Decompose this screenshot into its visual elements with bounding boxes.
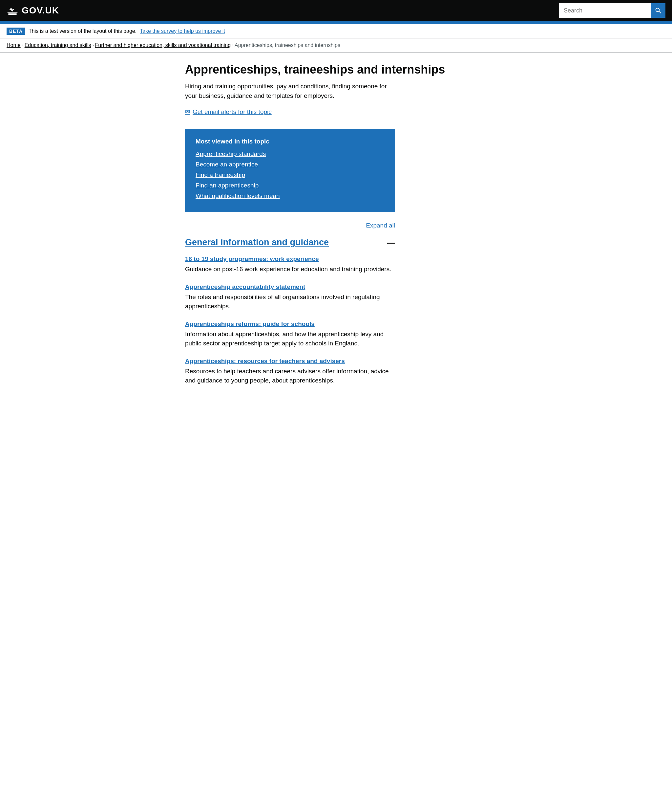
list-item: Find a traineeship [195,171,384,179]
breadcrumb-current: Apprenticeships, traineeships and intern… [235,42,340,48]
collapse-icon: — [387,239,395,247]
content-item-desc-1: The roles and responsibilities of all or… [185,292,395,311]
breadcrumb-education[interactable]: Education, training and skills [25,42,91,48]
content-item: Apprenticeships reforms: guide for schoo… [185,320,395,348]
list-item: Apprenticeship standards [195,150,384,158]
content-item-desc-0: Guidance on post-16 work experience for … [185,265,395,274]
most-viewed-list: Apprenticeship standards Become an appre… [195,150,384,199]
section-header: General information and guidance — [185,237,395,247]
most-viewed-title: Most viewed in this topic [195,138,384,145]
main-content: Apprenticeships, traineeships and intern… [179,53,493,405]
content-item-title-0[interactable]: 16 to 19 study programmes: work experien… [185,256,395,262]
search-form [559,3,665,18]
most-viewed-box: Most viewed in this topic Apprenticeship… [185,129,395,212]
search-input[interactable] [559,3,651,18]
most-viewed-link-2[interactable]: Find a traineeship [195,171,245,178]
section-title[interactable]: General information and guidance [185,237,329,247]
search-button[interactable] [651,3,665,18]
crown-icon [7,5,18,17]
accent-bar [0,21,672,24]
most-viewed-link-4[interactable]: What qualification levels mean [195,193,280,199]
breadcrumb-chevron: › [22,43,23,48]
svg-line-1 [659,11,661,13]
page-description: Hiring and training opportunities, pay a… [185,82,395,100]
content-item: Apprenticeship accountability statement … [185,283,395,311]
beta-message: This is a test version of the layout of … [28,28,136,34]
breadcrumb: Home › Education, training and skills › … [0,38,672,53]
expand-all-button[interactable]: Expand all [366,222,395,229]
list-item: Find an apprenticeship [195,182,384,189]
site-header: GOV.UK [0,0,672,21]
email-alert-text: Get email alerts for this topic [193,108,272,116]
content-item: Apprenticeships: resources for teachers … [185,357,395,385]
content-item-desc-3: Resources to help teachers and careers a… [185,367,395,385]
breadcrumb-chevron-3: › [232,43,233,48]
envelope-icon: ✉ [185,108,190,116]
section-divider [185,232,395,232]
expand-all-container: Expand all [185,222,395,229]
content-items: 16 to 19 study programmes: work experien… [185,256,395,385]
content-item-desc-2: Information about apprenticeships, and h… [185,330,395,348]
content-item-title-2[interactable]: Apprenticeships reforms: guide for schoo… [185,320,395,328]
breadcrumb-chevron-2: › [92,43,94,48]
content-item: 16 to 19 study programmes: work experien… [185,256,395,274]
logo-text: GOV.UK [22,5,59,16]
content-item-title-1[interactable]: Apprenticeship accountability statement [185,283,395,291]
breadcrumb-further-education[interactable]: Further and higher education, skills and… [95,42,231,48]
list-item: What qualification levels mean [195,193,384,199]
search-icon [655,7,662,14]
gov-logo-link[interactable]: GOV.UK [7,5,59,17]
email-alert-link[interactable]: ✉ Get email alerts for this topic [185,108,487,116]
page-title: Apprenticeships, traineeships and intern… [185,62,487,76]
beta-survey-link[interactable]: Take the survey to help us improve it [140,28,225,34]
content-item-title-3[interactable]: Apprenticeships: resources for teachers … [185,357,395,365]
beta-tag: BETA [7,28,25,35]
most-viewed-link-0[interactable]: Apprenticeship standards [195,150,266,157]
breadcrumb-home[interactable]: Home [7,42,21,48]
beta-banner: BETA This is a test version of the layou… [0,24,672,38]
most-viewed-link-3[interactable]: Find an apprenticeship [195,182,258,189]
list-item: Become an apprentice [195,161,384,168]
most-viewed-link-1[interactable]: Become an apprentice [195,161,258,168]
